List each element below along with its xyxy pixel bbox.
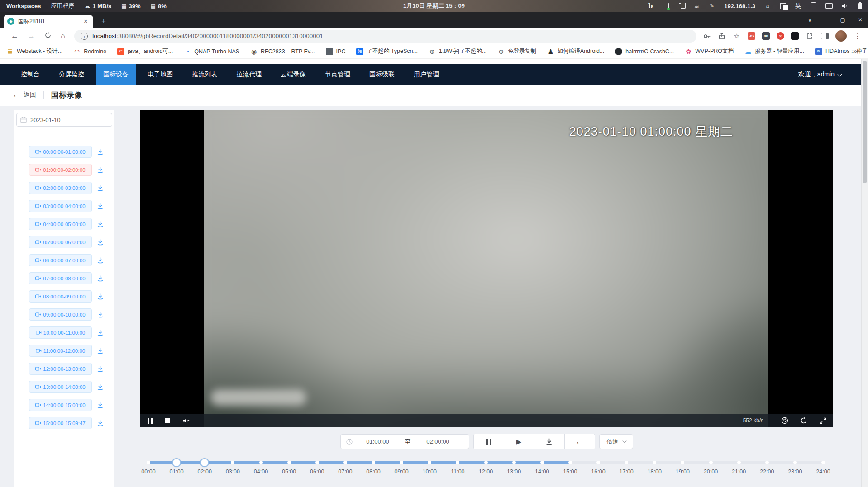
bookmark[interactable]: ◉ RFC2833 – RTP Ev... <box>250 48 315 55</box>
bookmark[interactable]: hairrrrr/C-CrashC... <box>615 48 674 55</box>
pause-button[interactable] <box>474 434 504 449</box>
time-range-input[interactable]: 01:00:00 至 02:00:00 <box>340 434 469 449</box>
bookmark[interactable]: ◔ QNAP Turbo NAS <box>184 48 239 55</box>
share-icon[interactable] <box>718 32 726 40</box>
bookmark[interactable]: ≣ Webstack - 设计... <box>6 47 62 55</box>
record-clip-button[interactable]: 14:00:00-15:00:00 <box>29 399 92 411</box>
bookmark[interactable]: N HDAtmos :: 种子 *... <box>815 47 868 55</box>
bookmark[interactable]: ♟ 如何编译Android... <box>547 47 605 55</box>
jump-back-button[interactable]: ← <box>565 434 595 449</box>
record-clip-button[interactable]: 03:00:00-04:00:00 <box>29 200 92 212</box>
reload-icon[interactable] <box>40 32 56 40</box>
nav-tab[interactable]: 国标级联 <box>362 64 402 85</box>
record-download-button[interactable] <box>96 148 104 156</box>
start-time-value[interactable]: 01:00:00 <box>353 438 403 445</box>
bookmark[interactable]: C java、android可... <box>117 47 173 55</box>
record-download-button[interactable] <box>96 365 104 373</box>
player-mute-icon[interactable] <box>182 416 191 425</box>
bookmark[interactable]: 知 了不起的 TypeScri... <box>356 47 418 55</box>
volume-tray-icon[interactable] <box>842 3 848 9</box>
back-button[interactable]: 返回 <box>24 91 36 99</box>
url-bar[interactable]: i localhost:38080/#/gbRecordDetail/34020… <box>74 30 696 43</box>
record-download-button[interactable] <box>96 293 104 301</box>
workspaces-tray-icon[interactable] <box>780 3 786 9</box>
extension-88-icon[interactable]: 88 <box>762 32 770 40</box>
nav-tab[interactable]: 用户管理 <box>406 64 446 85</box>
site-info-icon[interactable]: i <box>81 33 88 40</box>
picker-tray-icon[interactable]: ✎ <box>709 3 715 9</box>
record-clip-button[interactable]: 15:00:00-15:09:47 <box>29 417 92 429</box>
window-control-button[interactable]: – <box>823 16 830 24</box>
bing-tray-icon[interactable]: b <box>647 3 653 9</box>
browser-tab[interactable]: ◆ 国标28181 ✕ <box>4 15 93 28</box>
back-icon[interactable]: ← <box>6 32 23 40</box>
record-download-button[interactable] <box>96 401 104 409</box>
player-stop-button[interactable] <box>165 418 170 423</box>
record-clip-button[interactable]: 10:00:00-11:00:00 <box>29 326 92 339</box>
record-clip-button[interactable]: 04:00:00-05:00:00 <box>29 218 92 230</box>
forward-icon[interactable]: → <box>23 32 40 40</box>
user-menu[interactable]: 欢迎，admin <box>798 71 841 79</box>
display-tray-icon[interactable] <box>825 3 833 9</box>
app-window-tray-icon[interactable] <box>663 3 669 9</box>
bookmark-star-icon[interactable]: ☆ <box>733 32 741 40</box>
clipboard-tray-icon[interactable] <box>678 3 684 9</box>
record-download-button[interactable] <box>96 184 104 192</box>
window-control-button[interactable]: ▢ <box>839 16 847 24</box>
record-download-button[interactable] <box>96 238 104 246</box>
profile-avatar[interactable] <box>835 30 847 42</box>
record-download-button[interactable] <box>96 311 104 319</box>
date-picker-input[interactable]: 2023-01-10 <box>16 113 112 127</box>
bookmark[interactable]: ☁ 服务器 - 轻量应用... <box>744 47 804 55</box>
record-clip-button[interactable]: 08:00:00-09:00:00 <box>29 290 92 303</box>
nav-tab[interactable]: 推流列表 <box>185 64 224 85</box>
record-clip-button[interactable]: 05:00:00-06:00:00 <box>29 236 92 248</box>
download-button[interactable] <box>534 434 565 449</box>
record-download-button[interactable] <box>96 166 104 174</box>
nav-tab[interactable]: 拉流代理 <box>229 64 269 85</box>
bookmark[interactable]: ⊕ 1.8W字|了不起的... <box>429 47 486 55</box>
nav-tab[interactable]: 分屏监控 <box>52 64 91 85</box>
workspaces-button[interactable]: Workspaces <box>6 3 41 9</box>
play-button[interactable]: ▶ <box>504 434 534 449</box>
battery-tray-icon[interactable] <box>857 3 863 9</box>
end-time-value[interactable]: 02:00:00 <box>413 438 463 445</box>
record-download-button[interactable] <box>96 347 104 355</box>
timeline-handle[interactable] <box>172 458 181 467</box>
bookmarks-overflow-icon[interactable]: » <box>854 47 857 55</box>
window-control-button[interactable]: ∨ <box>806 16 814 24</box>
window-control-button[interactable]: ✕ <box>856 16 864 24</box>
fullscreen-icon[interactable] <box>819 416 827 425</box>
record-clip-button[interactable]: 06:00:00-07:00:00 <box>29 254 92 266</box>
timeline-track[interactable] <box>148 461 823 464</box>
nav-tab[interactable]: 国标设备 <box>96 64 136 85</box>
clock[interactable]: 1月10日 星期二 15：09 <box>403 2 465 10</box>
page-scrollbar[interactable] <box>861 59 868 487</box>
back-arrow-icon[interactable]: ← <box>13 90 20 99</box>
video-player[interactable]: 2023-01-10 01:00:00 星期二 552 kb/s <box>140 110 833 427</box>
speed-dropdown[interactable]: 倍速 <box>599 434 633 449</box>
record-clip-button[interactable]: 01:00:00-02:00:00 <box>29 164 92 176</box>
applications-button[interactable]: 应用程序 <box>51 2 74 10</box>
record-download-button[interactable] <box>96 274 104 283</box>
record-clip-button[interactable]: 07:00:00-08:00:00 <box>29 272 92 284</box>
bookmark[interactable]: ◠ Redmine <box>73 48 106 55</box>
bookmark[interactable]: IPC <box>326 48 346 55</box>
record-download-button[interactable] <box>96 383 104 391</box>
nav-tab[interactable]: 节点管理 <box>318 64 358 85</box>
record-download-button[interactable] <box>96 202 104 210</box>
extensions-puzzle-icon[interactable] <box>806 32 814 40</box>
password-key-icon[interactable] <box>703 32 711 40</box>
timeline-slider[interactable]: 00:0001:0002:0003:0004:0005:0006:0007:00… <box>148 458 823 481</box>
extension-dark-icon[interactable] <box>791 32 799 40</box>
record-download-button[interactable] <box>96 256 104 265</box>
nav-tab[interactable]: 云端录像 <box>273 64 313 85</box>
phone-tray-icon[interactable] <box>810 3 816 9</box>
bookmark[interactable]: ⊕ 免登录复制 <box>497 47 536 55</box>
home-icon[interactable]: ⌂ <box>56 32 70 40</box>
record-clip-button[interactable]: 02:00:00-03:00:00 <box>29 182 92 194</box>
extension-blocker-icon[interactable]: ✕ <box>777 32 784 40</box>
record-download-button[interactable] <box>96 220 104 228</box>
record-clip-button[interactable]: 11:00:00-12:00:00 <box>29 345 92 357</box>
nav-tab[interactable]: 电子地图 <box>140 64 180 85</box>
